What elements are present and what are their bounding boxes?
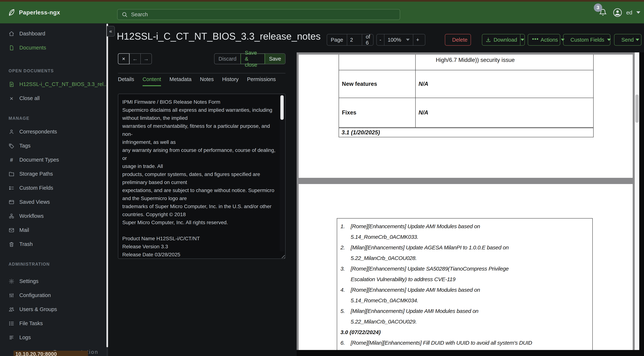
tab-notes[interactable]: Notes [200,76,214,86]
sidebar-item-workflows[interactable]: Workflows [0,209,106,223]
row-label: Fixes [339,98,416,127]
app-logo[interactable]: Paperless-ngx [7,8,60,17]
sidebar-item-correspondents[interactable]: Correspondents [0,125,106,139]
download-icon [486,37,491,42]
save-and-close-button[interactable]: Save & close [240,54,265,64]
zoom-level-select[interactable]: 100% [384,34,413,45]
row-label: New features [339,70,416,98]
zoom-out-button[interactable]: - [377,34,384,45]
sidebar-item-configuration[interactable]: Configuration [0,288,106,302]
custom-fields-icon [8,185,14,191]
download-dropdown-button[interactable] [520,34,524,45]
caret-down-icon [607,39,611,41]
sidebar-section-administration: ADMINISTRATION [8,260,106,268]
global-search[interactable] [117,9,400,20]
actions-button[interactable]: ••• Actions [528,34,560,46]
sidebar: Dashboard Documents OPEN DOCUMENTS H12SS… [0,23,106,356]
ellipsis-icon: ••• [532,36,539,42]
tab-details[interactable]: Details [118,76,134,86]
table-row: Fixes N/A [339,98,593,127]
sidebar-item-tags[interactable]: Tags [0,139,106,153]
sidebar-open-document[interactable]: H12SSL-i_C_CT_NT_BIOS_3.3_rel... [0,77,106,91]
leaf-logo-icon [7,8,16,17]
save-actions-group: Discard Save & close Save [214,53,286,64]
page-number-input[interactable] [350,37,359,43]
search-input[interactable] [131,11,387,18]
page-label: Page [327,34,347,45]
sidebar-item-label: Users & Groups [19,306,57,312]
sidebar-item-logs[interactable]: Logs [0,330,106,344]
sidebar-item-label: Correspondents [19,129,57,135]
tab-metadata[interactable]: Metadata [170,76,192,86]
sidebar-item-storage-paths[interactable]: Storage Paths [0,167,106,181]
download-label: Download [494,37,517,43]
sidebar-item-label: File Tasks [19,320,43,326]
users-icon [8,306,14,312]
documents-icon [8,45,14,51]
file-text-icon [8,82,14,87]
zoom-in-button[interactable]: + [413,34,422,45]
hash-icon: # [8,157,14,163]
zoom-level-value: 100% [388,37,401,43]
delete-button[interactable]: Delete [445,34,471,46]
list-item: 1. [Rome][Enhancements] Update AMI Modul… [340,221,589,242]
sidebar-close-all[interactable]: × Close all [0,91,106,105]
tab-history[interactable]: History [222,76,238,86]
sidebar-item-label: Tags [19,143,30,149]
sidebar-item-label: Logs [19,334,31,340]
editor-divider [118,73,286,74]
send-button[interactable]: Send [614,34,642,46]
sidebar-item-label: Document Types [19,157,59,163]
user-menu[interactable]: ed [613,8,640,17]
app-header: Paperless-ngx 3 ed [0,2,644,23]
tab-permissions[interactable]: Permissions [247,76,276,86]
list-item: 2. [Milan][Enhancements] Update AGESA Mi… [340,242,589,264]
sidebar-item-saved-views[interactable]: Saved Views [0,195,106,209]
sidebar-item-settings[interactable]: Settings [0,274,106,288]
username: ed [626,10,632,16]
sidebar-item-label: Mail [19,227,29,233]
save-button[interactable]: Save [265,54,285,64]
sidebar-item-custom-fields[interactable]: Custom Fields [0,181,106,195]
editor-tabs: Details Content Metadata Notes History P… [118,76,276,86]
sidebar-item-document-types[interactable]: # Document Types [0,153,106,167]
sidebar-scrollbar-thumb[interactable] [106,24,108,347]
sliders-icon [8,292,14,298]
sidebar-item-mail[interactable]: Mail [0,223,106,237]
tab-content[interactable]: Content [142,76,161,86]
chevron-down-icon [406,39,410,41]
pdf-viewer: High/6.7 Middle)) security issue New fea… [297,52,635,350]
sidebar-item-label: Dashboard [19,31,45,37]
sidebar-section-open-documents: OPEN DOCUMENTS [8,67,106,74]
pdf-scrollbar-thumb[interactable] [636,94,638,123]
security-issue-text: High/6.7 Middle)) security issue [416,54,593,63]
download-button[interactable]: Download [482,37,520,43]
discard-button[interactable]: Discard [214,54,240,64]
status-url-tooltip: 10.10.20.70:8000 [14,351,88,356]
sidebar-item-label: Saved Views [19,199,50,205]
document-nav-group: × ← → [118,53,152,64]
open-document-label: H12SSL-i_C_CT_NT_BIOS_3.3_rel... [19,81,108,87]
close-icon: × [8,96,14,101]
content-textarea[interactable]: IPMI Firmware / BIOS Release Notes Form … [118,94,286,259]
sidebar-item-trash[interactable]: Trash [0,237,106,251]
sidebar-item-label: Workflows [19,213,44,219]
list-item: 4. [Rome][Enhancements] Update AMI Modul… [340,284,589,306]
sidebar-item-users-groups[interactable]: Users & Groups [0,302,106,316]
list-item: 6. [Rome][Milan][Enhancements] Fill DUID… [340,338,589,350]
workflows-icon [8,213,14,219]
close-all-label: Close all [19,95,40,101]
close-document-button[interactable]: × [118,53,130,64]
sidebar-item-documents[interactable]: Documents [0,41,106,55]
sidebar-item-dashboard[interactable]: Dashboard [0,27,106,41]
custom-fields-button[interactable]: Custom Fields [563,34,610,46]
notifications-bell[interactable]: 3 [598,8,607,17]
preview-bottom-band [297,350,639,356]
next-document-button[interactable]: → [140,54,152,64]
sidebar-collapse-button[interactable]: « [107,26,115,36]
sidebar-item-file-tasks[interactable]: File Tasks [0,316,106,330]
app-name: Paperless-ngx [19,9,60,16]
table-row: High/6.7 Middle)) security issue [339,54,593,70]
previous-document-button[interactable]: ← [130,54,140,64]
actions-label: Actions [540,37,558,43]
